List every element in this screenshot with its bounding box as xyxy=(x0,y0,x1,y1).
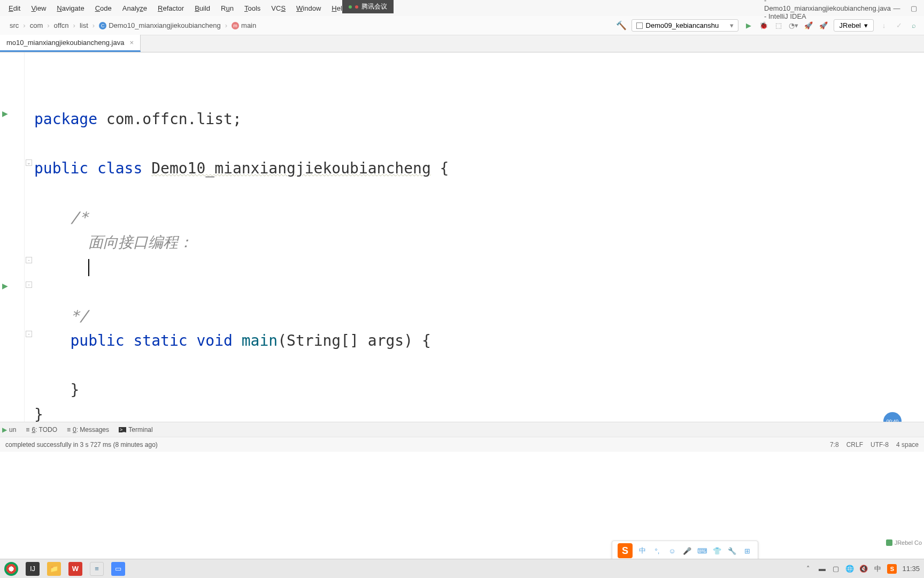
jrebel-debug-icon[interactable]: 🚀 xyxy=(819,21,828,31)
minimize-icon[interactable]: — xyxy=(893,4,900,12)
editor-tab-active[interactable]: mo10_mianxiangjiekoubiancheng.java × xyxy=(0,35,141,52)
tray-volume-icon[interactable]: 🔇 xyxy=(859,565,868,573)
tray-network-icon[interactable]: 🌐 xyxy=(845,565,854,573)
commit-icon[interactable]: ✓ xyxy=(894,21,904,31)
task-meeting[interactable]: ▭ xyxy=(111,562,125,576)
status-bar: completed successfully in 3 s 727 ms (8 … xyxy=(0,437,924,452)
status-line-separator[interactable]: CRLF xyxy=(846,441,863,448)
jrebel-tool[interactable]: JRebel Co xyxy=(886,539,922,546)
fold-region-icon[interactable]: ⌄ xyxy=(26,159,32,166)
debug-button[interactable]: 🐞 xyxy=(759,21,768,31)
tool-terminal[interactable]: >_Terminal xyxy=(119,426,153,434)
ime-more-icon[interactable]: ⊞ xyxy=(742,545,752,556)
editor-area[interactable]: ▶ ▶ ⌄ - - - package com.offcn.list; publ… xyxy=(0,52,924,422)
menu-view[interactable]: View xyxy=(27,2,50,14)
fold-end-icon[interactable]: - xyxy=(26,257,32,263)
application-icon xyxy=(636,22,643,29)
code-editor[interactable]: package com.offcn.list; public class Dem… xyxy=(34,52,924,422)
status-encoding[interactable]: UTF-8 xyxy=(871,441,889,448)
meeting-overlay[interactable]: 腾讯会议 xyxy=(342,0,394,13)
menu-window[interactable]: Window xyxy=(292,2,325,14)
menu-vcs[interactable]: VCS xyxy=(267,2,290,14)
fold-gutter: ⌄ - - - xyxy=(25,52,34,422)
maximize-icon[interactable]: ▢ xyxy=(910,4,918,12)
method-icon: m xyxy=(232,22,239,29)
menu-navigate[interactable]: Navigate xyxy=(52,2,88,14)
update-icon[interactable]: ↓ xyxy=(879,21,889,31)
ime-skin-icon[interactable]: 👕 xyxy=(712,545,722,556)
ime-punct-icon[interactable]: °, xyxy=(652,545,663,556)
tab-label: mo10_mianxiangjiekoubiancheng.java xyxy=(6,39,124,47)
task-intellij[interactable]: IJ xyxy=(26,562,40,576)
gutter: ▶ ▶ xyxy=(0,52,25,422)
editor-tabs: mo10_mianxiangjiekoubiancheng.java × xyxy=(0,35,924,52)
tray-monitor-icon[interactable]: ▢ xyxy=(831,565,840,573)
menu-build[interactable]: Build xyxy=(190,2,214,14)
tool-run[interactable]: ▶un xyxy=(2,426,16,434)
menubar: Edit View Navigate Code Analyze Refactor… xyxy=(0,0,924,16)
fold-end-icon[interactable]: - xyxy=(26,331,32,337)
menu-edit[interactable]: Edit xyxy=(4,2,25,14)
menu-refactor[interactable]: Refactor xyxy=(153,2,188,14)
class-icon: C xyxy=(99,22,106,29)
task-explorer[interactable]: 📁 xyxy=(47,562,61,576)
crumb-com[interactable]: com xyxy=(26,20,48,31)
breadcrumb: src › com › offcn › list › CDemo10_mianx… xyxy=(0,20,260,31)
tray-sogou-icon[interactable]: S xyxy=(887,564,897,574)
crumb-offcn[interactable]: offcn xyxy=(50,20,73,31)
bottom-tool-window-bar: ▶un ≡6: TODO ≡0: Messages >_Terminal xyxy=(0,422,924,437)
status-indent[interactable]: 4 space xyxy=(896,441,919,448)
text-cursor xyxy=(88,259,89,276)
run-config-selector[interactable]: Demo09_kebiancanshu ▾ xyxy=(632,19,738,32)
status-message: completed successfully in 3 s 727 ms (8 … xyxy=(5,441,830,448)
tool-todo[interactable]: ≡6: TODO xyxy=(26,426,57,434)
ime-emoji-icon[interactable]: ☺ xyxy=(667,545,677,556)
close-tab-icon[interactable]: × xyxy=(129,39,134,47)
chevron-down-icon: ▾ xyxy=(864,21,868,29)
ime-lang[interactable]: 中 xyxy=(637,545,648,556)
menu-code[interactable]: Code xyxy=(91,2,116,14)
jrebel-label: JRebel xyxy=(840,21,861,29)
menu-analyze[interactable]: Analyze xyxy=(118,2,151,14)
ime-panel[interactable]: S 中 °, ☺ 🎤 ⌨ 👕 🔧 ⊞ xyxy=(612,541,758,561)
sogou-icon: S xyxy=(618,543,633,558)
menu-tools[interactable]: Tools xyxy=(240,2,265,14)
search-icon[interactable]: ⌕ xyxy=(909,21,919,31)
tray-battery-icon[interactable]: ▬ xyxy=(818,565,826,573)
record-icon xyxy=(355,5,358,9)
task-wps[interactable]: W xyxy=(68,562,82,576)
jrebel-run-icon[interactable]: 🚀 xyxy=(804,21,813,31)
build-icon[interactable]: 🔨 xyxy=(617,21,626,31)
jrebel-selector[interactable]: JRebel ▾ xyxy=(834,19,874,32)
tray-clock[interactable]: 11:35 xyxy=(902,565,920,573)
current-line-highlight xyxy=(34,206,924,230)
tool-messages[interactable]: ≡0: Messages xyxy=(67,426,109,434)
crumb-method[interactable]: mmain xyxy=(227,20,260,31)
menu-run[interactable]: Run xyxy=(217,2,238,14)
ime-mic-icon[interactable]: 🎤 xyxy=(682,545,692,556)
run-class-gutter-icon[interactable]: ▶ xyxy=(2,109,8,118)
ime-tool-icon[interactable]: 🔧 xyxy=(727,545,737,556)
run-button[interactable]: ▶ xyxy=(744,21,753,31)
taskbar: IJ 📁 W ≡ ▭ ˄ ▬ ▢ 🌐 🔇 中 S 11:35 xyxy=(0,559,924,578)
tray-ime-icon[interactable]: 中 xyxy=(873,565,882,573)
meeting-label: 腾讯会议 xyxy=(361,2,387,11)
task-eclipse[interactable]: ≡ xyxy=(90,562,104,576)
run-config-label: Demo09_kebiancanshu xyxy=(646,21,719,29)
tray-chevron-icon[interactable]: ˄ xyxy=(804,565,812,573)
coverage-button[interactable]: ⬚ xyxy=(774,21,783,31)
task-chrome[interactable] xyxy=(4,562,18,576)
crumb-src[interactable]: src xyxy=(5,20,23,31)
ime-keyboard-icon[interactable]: ⌨ xyxy=(697,545,707,556)
window-title: - Demo10_mianxiangjiekoubiancheng.java -… xyxy=(352,0,891,20)
chevron-down-icon: ▾ xyxy=(730,21,734,29)
status-position[interactable]: 7:8 xyxy=(830,441,839,448)
jrebel-icon xyxy=(886,539,892,546)
run-method-gutter-icon[interactable]: ▶ xyxy=(2,282,8,290)
crumb-list[interactable]: list xyxy=(75,20,93,31)
crumb-class[interactable]: CDemo10_mianxiangjiekoubiancheng xyxy=(95,20,225,31)
signal-icon xyxy=(349,5,352,9)
fold-region-icon[interactable]: - xyxy=(26,282,32,288)
profile-button[interactable]: ◔▾ xyxy=(789,21,798,31)
